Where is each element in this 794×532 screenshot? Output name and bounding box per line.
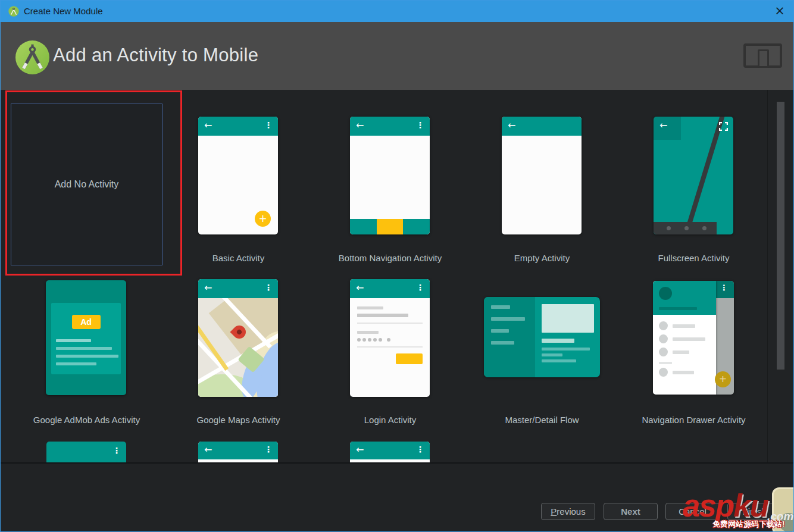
activity-gallery: Add No Activity ← ⋮ + Basic Activity ← ⋮… [1,90,793,464]
placeholder-line [542,339,574,343]
overflow-menu-icon: ⋮ [416,283,424,292]
android-navbar [654,222,717,234]
back-arrow-icon: ← [659,120,667,131]
close-icon[interactable]: × [772,2,787,19]
overflow-menu-icon: ⋮ [416,445,424,454]
avatar [659,287,672,300]
activity-label: Basic Activity [162,253,314,263]
wizard-header: Add an Activity to Mobile [1,22,793,90]
drawer-header [653,281,716,315]
back-arrow-icon: ← [356,282,364,293]
placeholder-line [659,307,697,310]
activity-thumb-google-maps[interactable]: ← ⋮ [198,279,278,397]
device-toggle-icon[interactable] [743,43,782,68]
login-form [357,298,423,364]
activity-thumb-master-detail[interactable] [484,297,600,377]
phone-appbar: ← [502,117,582,136]
dimmed-fab-button: + [715,371,731,387]
activity-thumb-basic[interactable]: ← ⋮ + [198,117,278,234]
add-no-activity-label: Add No Activity [55,179,119,190]
next-button[interactable]: Next [604,503,658,520]
placeholder-line [56,347,112,350]
activity-label: Master/Detail Flow [466,415,618,425]
back-arrow-icon: ← [356,444,364,455]
window-title: Create New Module [24,1,103,22]
plus-icon: + [719,373,727,384]
activity-label: Navigation Drawer Activity [618,415,770,425]
field-label [357,306,383,309]
field-label [357,331,379,334]
placeholder-line [542,353,562,356]
bottom-nav-bar [350,219,430,234]
fab-button: + [255,211,271,227]
map-graphic [198,298,278,397]
activity-thumb-partial-2[interactable]: ← ⋮ [198,442,278,464]
dimmed-appbar: ⋮ [715,281,734,298]
activity-thumb-partial-1[interactable]: ⋮ [46,442,126,464]
activity-thumb-add-no-activity[interactable]: Add No Activity [11,104,162,265]
activity-label: Google Maps Activity [162,415,314,425]
placeholder-line [491,305,510,309]
placeholder-line [491,341,514,345]
phone-appbar: ← ⋮ [198,442,278,459]
activity-label: Login Activity [314,415,466,425]
drawer-divider [659,362,672,364]
activity-thumb-partial-3[interactable]: ← ⋮ [350,442,430,464]
activity-thumb-navigation-drawer[interactable]: ⋮ + [653,281,734,395]
image-placeholder [542,304,594,333]
finish-button[interactable]: Finish [727,503,782,520]
activity-thumb-empty[interactable]: ← [502,117,582,234]
phone-in-tablet-icon [758,49,769,68]
scrollbar-thumb[interactable] [777,102,784,370]
overflow-menu-icon: ⋮ [264,445,273,454]
activity-thumb-fullscreen[interactable]: ← [654,117,733,234]
drawer-panel [653,281,716,395]
create-new-module-dialog: Create New Module × Add an Activity to M… [0,0,794,532]
previous-button[interactable]: Previous [541,503,595,520]
placeholder-line [542,348,590,351]
field-underline [357,323,423,324]
back-arrow-icon: ← [356,120,364,131]
diagonal-stripe [682,117,727,234]
cancel-button[interactable]: Cancel [665,503,720,520]
phone-appbar: ← ⋮ [198,117,278,136]
placeholder-line [56,355,118,358]
activity-label: Fullscreen Activity [618,253,770,263]
activity-label: Bottom Navigation Activity [314,253,466,263]
placeholder-line [56,339,91,342]
activity-label: Empty Activity [466,253,618,263]
activity-thumb-login[interactable]: ← ⋮ [350,279,430,397]
back-arrow-icon: ← [204,120,212,131]
android-studio-logo [15,40,49,74]
page-title: Add an Activity to Mobile [53,45,258,66]
password-dots [357,338,423,342]
ad-panel: Ad [51,303,121,374]
phone-appbar: ← ⋮ [350,117,430,136]
field-value [357,314,408,317]
back-arrow-icon: ← [204,444,212,455]
placeholder-line [542,359,576,362]
activity-thumb-admob[interactable]: Ad [46,280,126,395]
field-underline [357,346,423,348]
placeholder-line [491,329,509,333]
wizard-footer: Previous Next Cancel Finish [1,465,793,532]
placeholder-line [56,362,96,365]
phone-appbar: ← ⋮ [350,442,430,459]
phone-appbar: ← ⋮ [198,279,278,298]
ad-badge: Ad [72,315,101,329]
back-arrow-icon: ← [508,120,515,131]
overflow-menu-icon: ⋮ [720,283,728,292]
detail-panel [542,304,594,362]
plus-icon: + [258,212,267,224]
android-studio-icon [8,6,19,17]
overflow-menu-icon: ⋮ [416,120,424,130]
titlebar: Create New Module × [1,1,793,22]
fullscreen-icon [719,122,728,131]
activity-thumb-bottom-navigation[interactable]: ← ⋮ [350,117,430,234]
login-submit-placeholder [396,353,423,364]
placeholder-line [491,317,525,321]
back-arrow-icon: ← [204,282,212,293]
activity-label: Google AdMob Ads Activity [11,415,162,425]
overflow-menu-icon: ⋮ [264,120,273,130]
master-list-panel [484,297,535,377]
